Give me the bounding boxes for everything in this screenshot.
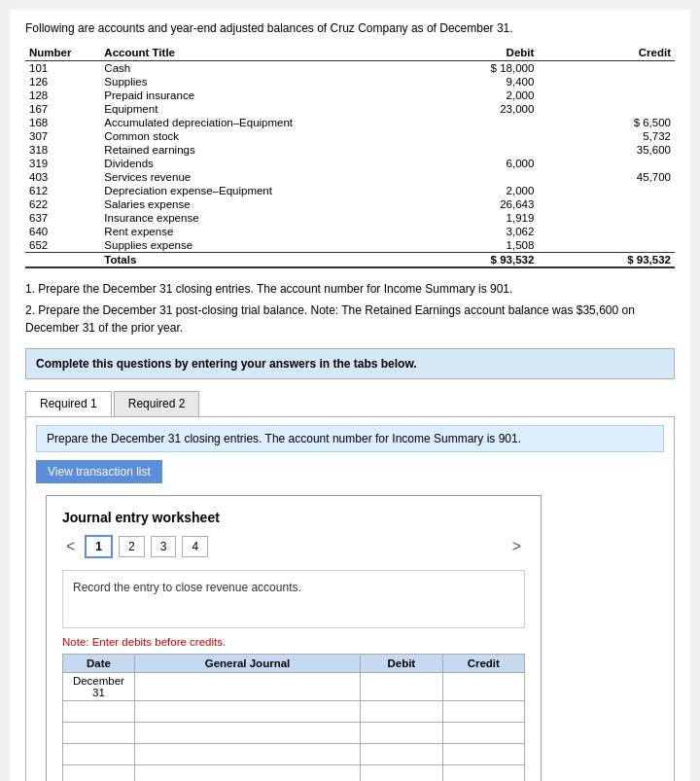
account-debit: 6,000 bbox=[402, 157, 539, 170]
general-journal-field[interactable] bbox=[139, 706, 356, 718]
journal-date-empty bbox=[63, 701, 135, 723]
complete-box: Complete this questions by entering your… bbox=[25, 348, 675, 379]
debit-field[interactable] bbox=[365, 770, 438, 782]
account-title: Dividends bbox=[100, 157, 401, 170]
account-number: 307 bbox=[25, 129, 100, 143]
journal-general-input[interactable] bbox=[134, 673, 360, 701]
account-title: Insurance expense bbox=[100, 211, 401, 225]
debit-field[interactable] bbox=[365, 681, 438, 692]
totals-row: Totals $ 93,532 $ 93,532 bbox=[25, 253, 675, 268]
account-debit: 1,508 bbox=[402, 238, 539, 253]
prev-page-button[interactable]: < bbox=[62, 538, 79, 555]
table-row: 403 Services revenue 45,700 bbox=[25, 170, 675, 184]
credit-field[interactable] bbox=[447, 728, 520, 739]
journal-header-debit: Debit bbox=[361, 655, 442, 673]
debit-field[interactable] bbox=[365, 749, 438, 761]
page-4-button[interactable]: 4 bbox=[182, 536, 208, 557]
account-title: Retained earnings bbox=[100, 143, 401, 157]
view-transaction-button[interactable]: View transaction list bbox=[36, 460, 162, 483]
table-row: 101 Cash $ 18,000 bbox=[25, 61, 675, 76]
journal-worksheet: Journal entry worksheet < 1 2 3 4 > Reco… bbox=[46, 495, 542, 781]
account-number: 128 bbox=[25, 89, 100, 102]
account-number: 612 bbox=[25, 184, 100, 197]
debit-field[interactable] bbox=[365, 728, 438, 739]
journal-debit-input[interactable] bbox=[361, 744, 442, 765]
instructions: 1. Prepare the December 31 closing entri… bbox=[25, 280, 675, 337]
col-header-number: Number bbox=[25, 45, 100, 61]
account-number: 168 bbox=[25, 116, 100, 129]
journal-date: December31 bbox=[63, 673, 135, 701]
account-debit: 9,400 bbox=[402, 75, 539, 89]
journal-debit-input[interactable] bbox=[361, 701, 442, 723]
account-credit bbox=[538, 61, 675, 76]
credit-field[interactable] bbox=[447, 749, 520, 761]
journal-credit-input[interactable] bbox=[442, 744, 524, 765]
account-number: 126 bbox=[25, 75, 100, 89]
account-credit bbox=[538, 102, 675, 116]
general-journal-field[interactable] bbox=[139, 749, 356, 761]
credit-field[interactable] bbox=[447, 706, 520, 718]
account-credit: $ 6,500 bbox=[538, 116, 675, 129]
tab-content: Prepare the December 31 closing entries.… bbox=[25, 417, 675, 781]
journal-general-input[interactable] bbox=[134, 701, 360, 723]
account-debit bbox=[402, 129, 539, 143]
tab-instruction: Prepare the December 31 closing entries.… bbox=[36, 425, 664, 452]
journal-credit-input[interactable] bbox=[442, 673, 524, 701]
account-number: 403 bbox=[25, 170, 100, 184]
next-page-button[interactable]: > bbox=[508, 538, 525, 555]
account-debit: 2,000 bbox=[402, 89, 539, 102]
accounts-table: Number Account Title Debit Credit 101 Ca… bbox=[25, 45, 675, 268]
table-row: 167 Equipment 23,000 bbox=[25, 102, 675, 116]
account-title: Common stock bbox=[100, 129, 401, 143]
account-title: Salaries expense bbox=[100, 197, 401, 211]
general-journal-field[interactable] bbox=[139, 770, 356, 782]
table-row: 612 Depreciation expense–Equipment 2,000 bbox=[25, 184, 675, 197]
debit-field[interactable] bbox=[365, 706, 438, 718]
journal-debit-input[interactable] bbox=[361, 673, 442, 701]
journal-general-input[interactable] bbox=[134, 723, 360, 744]
journal-header-date: Date bbox=[63, 655, 135, 673]
table-row: 622 Salaries expense 26,643 bbox=[25, 197, 675, 211]
journal-credit-input[interactable] bbox=[442, 701, 524, 723]
table-row: 318 Retained earnings 35,600 bbox=[25, 143, 675, 157]
general-journal-field[interactable] bbox=[139, 728, 356, 739]
tab-required1[interactable]: Required 1 bbox=[25, 391, 112, 416]
instruction-line1: 1. Prepare the December 31 closing entri… bbox=[25, 280, 675, 298]
credit-field[interactable] bbox=[447, 770, 520, 782]
journal-general-input[interactable] bbox=[134, 744, 360, 765]
page-3-button[interactable]: 3 bbox=[151, 536, 177, 557]
journal-debit-input[interactable] bbox=[361, 723, 442, 744]
account-number: 101 bbox=[25, 61, 100, 76]
account-number: 167 bbox=[25, 102, 100, 116]
account-credit bbox=[538, 211, 675, 225]
journal-row: December31 bbox=[63, 673, 525, 701]
journal-general-input[interactable] bbox=[134, 765, 360, 782]
account-credit: 45,700 bbox=[538, 170, 675, 184]
account-number: 318 bbox=[25, 143, 100, 157]
journal-row bbox=[63, 701, 525, 723]
totals-debit: $ 93,532 bbox=[402, 253, 539, 268]
account-credit bbox=[538, 238, 675, 253]
account-debit bbox=[402, 143, 539, 157]
page-2-button[interactable]: 2 bbox=[119, 536, 145, 557]
journal-credit-input[interactable] bbox=[442, 765, 524, 782]
journal-date-empty bbox=[63, 723, 135, 744]
journal-date-empty bbox=[63, 744, 135, 765]
tab-required2[interactable]: Required 2 bbox=[114, 391, 200, 416]
account-debit: 23,000 bbox=[402, 102, 539, 116]
account-title: Rent expense bbox=[100, 225, 401, 238]
page-1-button[interactable]: 1 bbox=[85, 535, 113, 558]
account-number: 652 bbox=[25, 238, 100, 253]
journal-row bbox=[63, 765, 525, 782]
account-debit bbox=[402, 170, 539, 184]
account-title: Equipment bbox=[100, 102, 401, 116]
journal-credit-input[interactable] bbox=[442, 723, 524, 744]
table-row: 652 Supplies expense 1,508 bbox=[25, 238, 675, 253]
table-row: 168 Accumulated depreciation–Equipment $… bbox=[25, 116, 675, 129]
account-credit: 35,600 bbox=[538, 143, 675, 157]
general-journal-field[interactable] bbox=[139, 681, 356, 692]
account-debit: 26,643 bbox=[402, 197, 539, 211]
credit-field[interactable] bbox=[447, 681, 520, 692]
journal-debit-input[interactable] bbox=[361, 765, 442, 782]
account-credit bbox=[538, 225, 675, 238]
